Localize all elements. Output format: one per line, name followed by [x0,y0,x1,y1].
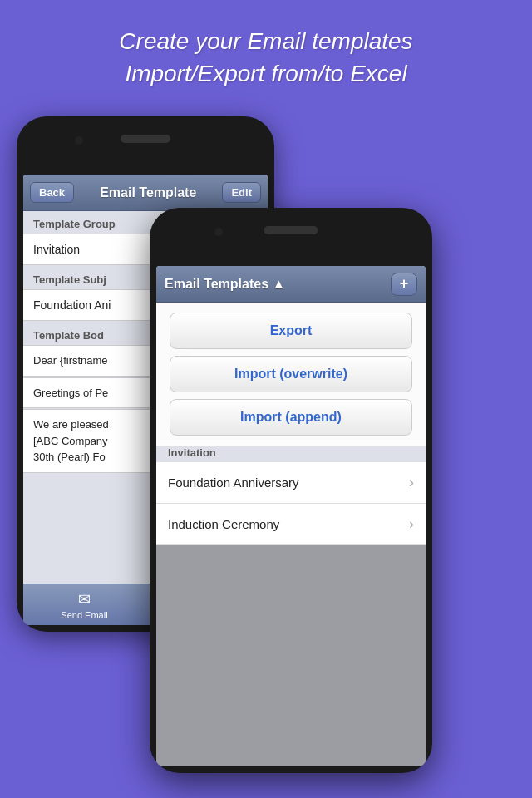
edit-button[interactable]: Edit [222,182,261,203]
front-nav-title: Email Templates ▲ [165,277,285,292]
back-nav-title: Email Template [100,185,196,200]
foundation-anniversary-item[interactable]: Foundation Anniversary [156,462,426,504]
phone-front: Email Templates ▲ + Special Pro... App..… [150,208,432,773]
front-camera [214,228,223,236]
front-phone-screen: Email Templates ▲ + Special Pro... App..… [156,266,426,766]
popup-overlay[interactable]: Export Import (overwrite) Import (append… [156,303,426,766]
send-email-button[interactable]: ✉ Send Email [23,590,145,620]
back-button[interactable]: Back [30,182,74,203]
back-camera [75,136,83,145]
invitation-section: Invitation Foundation Anniversary Induct… [156,440,426,545]
back-nav-bar: Back Email Template Edit [23,175,268,211]
import-append-button[interactable]: Import (append) [170,399,412,436]
induction-ceremony-label: Induction Ceremony [168,517,279,531]
plus-button[interactable]: + [391,273,417,296]
popup-menu: Export Import (overwrite) Import (append… [156,303,426,446]
foundation-anniversary-label: Foundation Anniversary [168,475,299,490]
hero-line2: Import/Export from/to Excel [25,57,507,90]
send-label: Send Email [61,610,107,620]
import-overwrite-button[interactable]: Import (overwrite) [170,356,412,392]
front-nav-bar: Email Templates ▲ + [156,266,426,303]
export-button[interactable]: Export [170,313,412,349]
hero-text: Create your Email templates Import/Expor… [0,17,532,98]
send-icon: ✉ [78,590,91,608]
front-speaker [264,226,318,234]
hero-line1: Create your Email templates [25,25,507,57]
back-speaker [121,135,170,143]
induction-ceremony-item[interactable]: Induction Ceremony [156,504,426,545]
